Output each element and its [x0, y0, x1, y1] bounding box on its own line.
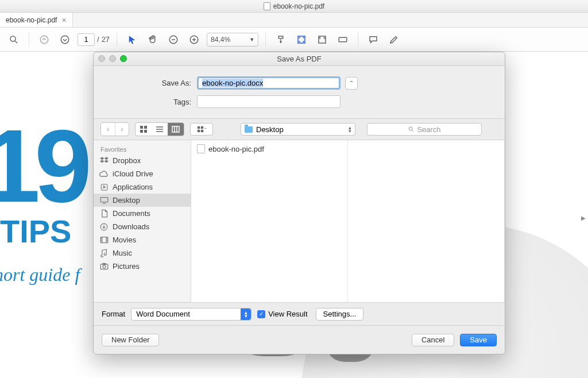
svg-rect-39 [100, 198, 108, 202]
search-placeholder: Search [417, 125, 440, 134]
sidebar: Favorites Dropbox iCloud Drive Applicati… [94, 140, 191, 302]
collapse-dialog-button[interactable]: ⌃ [345, 77, 358, 90]
page-up-icon[interactable] [36, 32, 52, 48]
svg-rect-31 [201, 130, 203, 132]
music-icon [99, 249, 109, 257]
svg-rect-29 [201, 126, 203, 129]
keyboard-icon[interactable] [335, 32, 351, 48]
save-as-input[interactable] [197, 76, 341, 90]
comment-icon[interactable] [365, 32, 381, 48]
browser-toolbar: ‹ › ˇ Desktop ▴▾ Search [94, 118, 505, 140]
doc-heading-number: 19 [0, 106, 86, 225]
sidebar-item-downloads[interactable]: Downloads [94, 220, 191, 233]
list-view-button[interactable] [152, 123, 168, 136]
separator [117, 33, 117, 47]
file-name: ebook-no-pic.pdf [208, 145, 264, 153]
zoom-out-icon[interactable] [165, 32, 181, 48]
sidebar-item-icloud[interactable]: iCloud Drive [94, 167, 191, 180]
zoom-window-icon[interactable] [120, 55, 127, 62]
svg-rect-20 [140, 130, 143, 133]
location-select[interactable]: Desktop ▴▾ [241, 123, 355, 136]
scroll-right-icon[interactable]: ▶ [581, 215, 586, 221]
tab-close-icon[interactable]: × [61, 16, 66, 25]
page-number-input[interactable] [78, 33, 95, 46]
close-window-icon[interactable] [98, 55, 105, 62]
desktop-icon [99, 196, 109, 205]
file-item[interactable]: ebook-no-pic.pdf [191, 142, 347, 155]
tags-label: Tags: [105, 98, 197, 106]
svg-marker-35 [104, 157, 109, 160]
hand-tool-icon[interactable] [145, 32, 161, 48]
fit-width-icon[interactable] [273, 32, 289, 48]
arrange-button[interactable]: ˇ [190, 123, 213, 136]
file-icon [197, 144, 205, 153]
zoom-in-icon[interactable] [186, 32, 202, 48]
svg-rect-21 [144, 130, 147, 133]
format-value: Word Document [136, 310, 190, 318]
svg-marker-34 [100, 157, 105, 160]
separator [358, 33, 358, 47]
applications-icon [99, 183, 109, 191]
view-result-checkbox[interactable]: ✓ View Result [257, 310, 307, 318]
downloads-icon [99, 223, 109, 231]
dropbox-icon [99, 157, 109, 165]
svg-marker-4 [129, 36, 136, 44]
svg-point-51 [103, 265, 106, 268]
icon-view-button[interactable] [136, 123, 152, 136]
back-button[interactable]: ‹ [101, 123, 115, 136]
tab-bar: ebook-no-pic.pdf × [0, 13, 588, 28]
minimize-window-icon[interactable] [109, 55, 116, 62]
edit-icon[interactable] [386, 32, 402, 48]
checkmark-icon: ✓ [257, 310, 265, 318]
svg-rect-10 [278, 36, 283, 38]
file-column-2[interactable] [348, 140, 505, 302]
svg-rect-18 [140, 126, 143, 129]
sidebar-item-desktop[interactable]: Desktop [94, 194, 191, 207]
chevron-down-icon: ˇ [205, 127, 207, 132]
sidebar-item-pictures[interactable]: Pictures [94, 260, 191, 273]
main-window-titlebar: ebook-no-pic.pdf [0, 0, 588, 13]
svg-line-1 [15, 41, 17, 43]
new-folder-button[interactable]: New Folder [102, 334, 159, 346]
sidebar-item-dropbox[interactable]: Dropbox [94, 154, 191, 167]
file-column-1[interactable]: ebook-no-pic.pdf [191, 140, 348, 302]
dialog-footer: New Folder Cancel Save [94, 325, 505, 354]
search-icon[interactable] [6, 32, 22, 48]
view-mode-buttons [135, 122, 184, 136]
zoom-value: 84,4% [211, 36, 230, 44]
svg-point-2 [40, 36, 48, 44]
doc-heading-word: TIPS [0, 213, 71, 250]
search-field[interactable]: Search [367, 123, 482, 136]
save-button[interactable]: Save [460, 334, 497, 346]
document-icon [264, 2, 270, 10]
cloud-icon [99, 170, 109, 178]
sidebar-item-movies[interactable]: Movies [94, 233, 191, 246]
actual-size-icon[interactable] [314, 32, 330, 48]
forward-button[interactable]: › [115, 123, 129, 136]
chevron-down-icon: ▼ [249, 37, 254, 43]
svg-point-32 [409, 127, 412, 130]
chevron-up-icon: ⌃ [349, 80, 354, 86]
updown-icon: ▴▾ [349, 126, 351, 133]
page-down-icon[interactable] [57, 32, 73, 48]
tags-input[interactable] [197, 95, 341, 108]
sidebar-item-documents[interactable]: Documents [94, 207, 191, 220]
folder-icon [245, 126, 253, 133]
documents-icon [99, 210, 109, 218]
pointer-tool-icon[interactable] [124, 32, 140, 48]
zoom-select[interactable]: 84,4% ▼ [207, 33, 258, 47]
sidebar-item-music[interactable]: Music [94, 246, 191, 260]
column-view-button[interactable] [168, 123, 184, 136]
cancel-button[interactable]: Cancel [412, 334, 454, 346]
format-select[interactable]: Word Document ▴▾ [131, 308, 252, 321]
format-label: Format [102, 310, 125, 318]
settings-button[interactable]: Settings... [316, 308, 364, 321]
sidebar-item-applications[interactable]: Applications [94, 180, 191, 194]
svg-rect-30 [198, 130, 200, 132]
separator [29, 33, 29, 47]
dialog-title: Save As PDF [277, 55, 321, 63]
fit-page-icon[interactable] [293, 32, 310, 48]
doc-subtitle: hort guide f [0, 264, 80, 286]
document-tab[interactable]: ebook-no-pic.pdf × [0, 13, 73, 27]
svg-marker-37 [104, 160, 109, 163]
